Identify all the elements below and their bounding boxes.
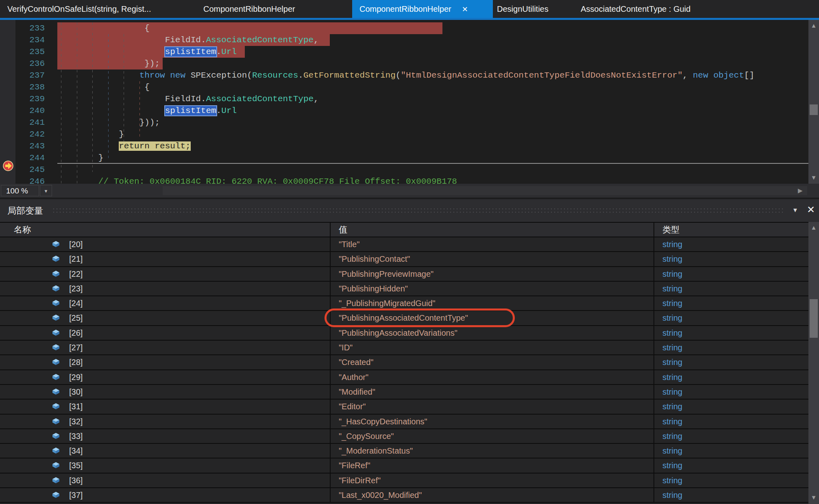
code-line-237[interactable]: 237 throw new SPException(Resources.GetF… [0,70,808,81]
variable-type-cell[interactable]: string [654,341,809,354]
locals-vertical-scrollbar[interactable]: ▲ ▼ [808,222,819,504]
panel-close-icon[interactable]: ✕ [807,203,815,216]
locals-row-22[interactable]: [22]"PublishingPreviewImage"string [0,267,809,282]
variable-type-cell[interactable]: string [654,252,809,266]
scroll-up-icon[interactable]: ▲ [808,22,819,30]
tab-componentribbonhelper[interactable]: ComponentRibbonHelper [203,0,295,18]
code-line-240[interactable]: 240 splistItem.Url [0,105,808,117]
variable-name-cell[interactable]: [31] [0,400,331,413]
variable-value-cell[interactable]: "ID" [331,341,654,354]
variable-name-cell[interactable]: [25] [0,311,331,325]
variable-value-cell[interactable]: "PublishingAssociatedVariations" [331,326,654,340]
variable-value-cell[interactable]: "Last_x0020_Modified" [331,488,654,502]
code-editor[interactable]: 233 {234 FieldId.AssociatedContentType,2… [0,20,819,184]
zoom-dropdown-arrow-icon[interactable]: ▼ [40,185,52,196]
locals-row-23[interactable]: [23]"PublishingHidden"string [0,282,809,296]
variable-type-cell[interactable]: string [654,267,809,281]
zoom-level-select[interactable]: 100 % [1,185,39,196]
variable-type-cell[interactable]: string [654,385,809,399]
locals-row-36[interactable]: [36]"FileDirRef"string [0,474,809,488]
variable-value-cell[interactable]: "PublishingPreviewImage" [331,267,654,281]
code-line-243[interactable]: 243 return result; [0,140,808,152]
editor-vertical-scrollbar[interactable]: ▲ ▼ [808,20,819,184]
scroll-down-icon[interactable]: ▼ [808,174,819,182]
locals-row-33[interactable]: [33]"_CopySource"string [0,429,809,444]
locals-row-34[interactable]: [34]"_ModerationStatus"string [0,444,809,458]
variable-name-cell[interactable]: [21] [0,252,331,266]
variable-value-cell[interactable]: "PublishingHidden" [331,282,654,295]
variable-name-cell[interactable]: [28] [0,355,331,369]
breakpoint-current-statement-icon[interactable] [2,160,14,172]
code-line-236[interactable]: 236 }); [0,58,808,70]
tab-close-icon[interactable]: ✕ [462,0,468,18]
code-line-234[interactable]: 234 FieldId.AssociatedContentType, [0,34,808,46]
locals-row-24[interactable]: [24]"_PublishingMigratedGuid"string [0,296,809,311]
variable-value-cell[interactable]: "_HasCopyDestinations" [331,415,654,428]
scroll-up-icon[interactable]: ▲ [808,224,819,232]
variable-value-cell[interactable]: "Author" [331,370,654,384]
variable-value-cell[interactable]: "PublishingContact" [331,252,654,266]
code-line-242[interactable]: 242 } [0,128,808,140]
locals-row-28[interactable]: [28]"Created"string [0,355,809,370]
variable-value-cell[interactable]: "Modified" [331,385,654,399]
code-line-245[interactable]: 245 [0,164,808,176]
variable-type-cell[interactable]: string [654,311,809,325]
variable-value-cell[interactable]: "PublishingAssociatedContentType" [331,311,654,325]
variable-type-cell[interactable]: string [654,370,809,384]
variable-name-cell[interactable]: [23] [0,282,331,295]
code-line-238[interactable]: 238 { [0,81,808,93]
variable-name-cell[interactable]: [33] [0,429,331,443]
locals-row-26[interactable]: [26]"PublishingAssociatedVariations"stri… [0,326,809,341]
variable-value-cell[interactable]: "FileRef" [331,458,654,472]
tab-designutilities[interactable]: DesignUtilities [497,0,549,18]
locals-row-25[interactable]: [25]"PublishingAssociatedContentType"str… [0,311,809,326]
code-line-239[interactable]: 239 FieldId.AssociatedContentType, [0,93,808,105]
scroll-right-icon[interactable]: ▶ [798,186,803,195]
code-line-241[interactable]: 241 })); [0,117,808,128]
variable-name-cell[interactable]: [20] [0,237,331,251]
variable-name-cell[interactable]: [29] [0,370,331,384]
locals-scrollbar-thumb[interactable] [810,299,818,338]
variable-type-cell[interactable]: string [654,237,809,251]
tab-verifycontrolonsafelist-string-regist-[interactable]: VerifyControlOnSafeList(string, Regist..… [7,0,151,18]
code-line-244[interactable]: 244 } [0,152,808,164]
column-header-name[interactable]: 名称 [0,223,331,237]
variable-value-cell[interactable]: "Title" [331,237,654,251]
variable-type-cell[interactable]: string [654,326,809,340]
variable-value-cell[interactable]: "Created" [331,355,654,369]
locals-panel-title-bar[interactable]: 局部变量 ▼ ✕ [0,199,819,222]
variable-name-cell[interactable]: [32] [0,415,331,428]
variable-name-cell[interactable]: [22] [0,267,331,281]
locals-row-27[interactable]: [27]"ID"string [0,341,809,355]
variable-type-cell[interactable]: string [654,400,809,413]
variable-value-cell[interactable]: "_ModerationStatus" [331,444,654,458]
tab-associatedcontenttype-guid[interactable]: AssociatedContentType : Guid [581,0,690,18]
variable-name-cell[interactable]: [24] [0,296,331,310]
variable-name-cell[interactable]: [37] [0,488,331,502]
panel-menu-chevron-icon[interactable]: ▼ [792,204,798,216]
variable-name-cell[interactable]: [26] [0,326,331,340]
locals-row-30[interactable]: [30]"Modified"string [0,385,809,400]
variable-name-cell[interactable]: [35] [0,458,331,472]
code-line-233[interactable]: 233 { [0,22,808,34]
tab-componentribbonhelper[interactable]: ComponentRibbonHelper✕ [352,0,493,18]
locals-row-35[interactable]: [35]"FileRef"string [0,458,809,473]
variable-type-cell[interactable]: string [654,474,809,487]
variable-type-cell[interactable]: string [654,415,809,428]
editor-scrollbar-thumb[interactable] [810,104,818,115]
locals-row-20[interactable]: [20]"Title"string [0,237,809,252]
variable-type-cell[interactable]: string [654,429,809,443]
locals-row-37[interactable]: [37]"Last_x0020_Modified"string [0,488,809,503]
variable-name-cell[interactable]: [36] [0,474,331,487]
variable-value-cell[interactable]: "_CopySource" [331,429,654,443]
variable-type-cell[interactable]: string [654,444,809,458]
variable-value-cell[interactable]: "_PublishingMigratedGuid" [331,296,654,310]
variable-type-cell[interactable]: string [654,458,809,472]
variable-name-cell[interactable]: [34] [0,444,331,458]
code-line-235[interactable]: 235 splistItem.Url [0,46,808,58]
variable-name-cell[interactable]: [27] [0,341,331,354]
scroll-down-icon[interactable]: ▼ [808,493,819,502]
variable-value-cell[interactable]: "Editor" [331,400,654,413]
column-header-value[interactable]: 值 [331,223,654,237]
variable-value-cell[interactable]: "FileDirRef" [331,474,654,487]
